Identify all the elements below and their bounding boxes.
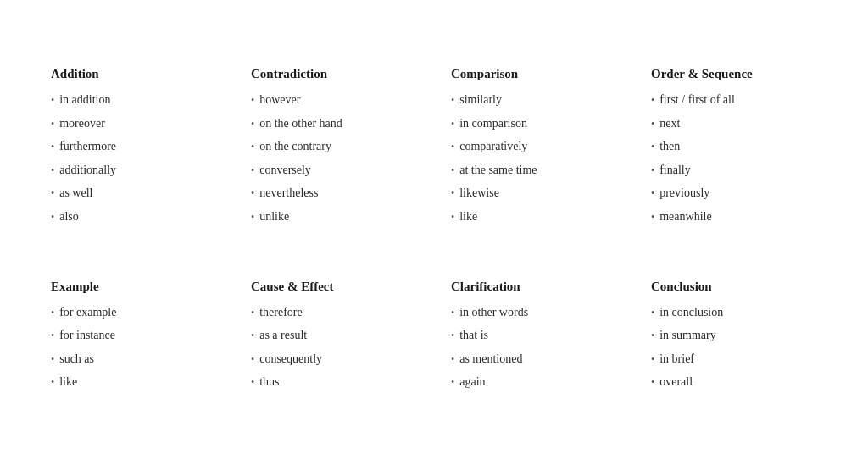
list-item-text: on the contrary bbox=[259, 138, 331, 155]
list-item-text: that is bbox=[459, 327, 488, 344]
list-item: •in comparison bbox=[451, 115, 617, 132]
list-item-text: meanwhile bbox=[659, 208, 711, 225]
bullet-icon: • bbox=[51, 140, 54, 154]
list-item-text: however bbox=[259, 91, 300, 108]
bullet-icon: • bbox=[51, 329, 54, 343]
category-clarification: Clarification•in other words•that is•as … bbox=[434, 266, 634, 418]
bullet-icon: • bbox=[651, 352, 654, 367]
category-title-comparison: Comparison bbox=[451, 67, 617, 81]
bullet-icon: • bbox=[51, 186, 54, 201]
list-item-text: overall bbox=[659, 374, 693, 391]
list-item-text: on the other hand bbox=[259, 115, 342, 132]
list-item-text: then bbox=[659, 138, 680, 155]
list-item-text: nevertheless bbox=[259, 185, 318, 202]
bullet-icon: • bbox=[651, 306, 654, 320]
list-item: •as well bbox=[51, 185, 217, 202]
list-item: •also bbox=[51, 208, 217, 225]
list-item-text: such as bbox=[59, 351, 94, 368]
list-item: •then bbox=[651, 138, 817, 155]
category-title-clarification: Clarification bbox=[451, 280, 617, 294]
bullet-icon: • bbox=[651, 375, 654, 390]
list-item-text: thus bbox=[259, 374, 279, 391]
category-cause-effect: Cause & Effect•therefore•as a result•con… bbox=[234, 266, 434, 418]
list-item: •in addition bbox=[51, 91, 217, 108]
list-item-text: similarly bbox=[459, 91, 502, 108]
list-item-text: unlike bbox=[259, 208, 289, 225]
bullet-icon: • bbox=[451, 93, 454, 108]
list-item-text: in other words bbox=[459, 304, 528, 321]
list-item-text: next bbox=[659, 115, 680, 132]
list-item: •previously bbox=[651, 185, 817, 202]
list-item: •furthermore bbox=[51, 138, 217, 155]
bullet-icon: • bbox=[251, 375, 254, 390]
bullet-icon: • bbox=[251, 210, 254, 224]
list-item: •as a result bbox=[251, 327, 417, 344]
list-item-text: furthermore bbox=[59, 138, 116, 155]
list-item-text: as a result bbox=[259, 327, 307, 344]
bullet-icon: • bbox=[451, 117, 454, 131]
bullet-icon: • bbox=[51, 93, 54, 108]
bullet-icon: • bbox=[251, 186, 254, 201]
bullet-icon: • bbox=[651, 117, 654, 131]
bullet-icon: • bbox=[251, 93, 254, 108]
category-title-cause-effect: Cause & Effect bbox=[251, 280, 417, 294]
list-item-text: previously bbox=[659, 185, 709, 202]
bullet-icon: • bbox=[251, 329, 254, 343]
list-item-text: in conclusion bbox=[659, 304, 723, 321]
bullet-icon: • bbox=[451, 186, 454, 201]
bullet-icon: • bbox=[451, 210, 454, 224]
category-example: Example•for example•for instance•such as… bbox=[34, 266, 234, 418]
main-grid: Addition•in addition•moreover•furthermor… bbox=[0, 26, 868, 445]
list-item: •however bbox=[251, 91, 417, 108]
list-item: •likewise bbox=[451, 185, 617, 202]
bullet-icon: • bbox=[51, 210, 54, 224]
category-contradiction: Contradiction•however•on the other hand•… bbox=[234, 53, 434, 252]
list-item-text: conversely bbox=[259, 162, 311, 179]
list-item: •moreover bbox=[51, 115, 217, 132]
bullet-icon: • bbox=[51, 306, 54, 320]
list-item-text: like bbox=[59, 374, 77, 391]
list-item: •therefore bbox=[251, 304, 417, 321]
bullet-icon: • bbox=[451, 329, 454, 343]
list-item: •similarly bbox=[451, 91, 617, 108]
list-item: •like bbox=[51, 374, 217, 391]
list-item: •that is bbox=[451, 327, 617, 344]
bullet-icon: • bbox=[451, 375, 454, 390]
bullet-icon: • bbox=[451, 140, 454, 154]
list-item-text: additionally bbox=[59, 162, 116, 179]
category-title-conclusion: Conclusion bbox=[651, 280, 817, 294]
list-item-text: also bbox=[59, 208, 79, 225]
list-item: •on the other hand bbox=[251, 115, 417, 132]
list-item-text: at the same time bbox=[459, 162, 537, 179]
bullet-icon: • bbox=[251, 117, 254, 131]
bullet-icon: • bbox=[251, 306, 254, 320]
list-item-text: in addition bbox=[59, 91, 110, 108]
bullet-icon: • bbox=[451, 163, 454, 178]
list-item-text: for example bbox=[59, 304, 116, 321]
category-title-order-sequence: Order & Sequence bbox=[651, 67, 817, 81]
list-item-text: in brief bbox=[659, 351, 694, 368]
list-item: •in summary bbox=[651, 327, 817, 344]
list-item-text: therefore bbox=[259, 304, 303, 321]
list-item-text: as well bbox=[59, 185, 92, 202]
category-title-addition: Addition bbox=[51, 67, 217, 81]
list-item: •in conclusion bbox=[651, 304, 817, 321]
category-title-example: Example bbox=[51, 280, 217, 294]
list-item: •again bbox=[451, 374, 617, 391]
bullet-icon: • bbox=[651, 140, 654, 154]
list-item: •consequently bbox=[251, 351, 417, 368]
list-item-text: again bbox=[459, 374, 485, 391]
list-item-text: as mentioned bbox=[459, 351, 522, 368]
bullet-icon: • bbox=[451, 306, 454, 320]
list-item: •next bbox=[651, 115, 817, 132]
list-item: •unlike bbox=[251, 208, 417, 225]
list-item: •meanwhile bbox=[651, 208, 817, 225]
list-item: •comparatively bbox=[451, 138, 617, 155]
list-item: •like bbox=[451, 208, 617, 225]
bullet-icon: • bbox=[51, 352, 54, 367]
bullet-icon: • bbox=[651, 93, 654, 108]
category-order-sequence: Order & Sequence•first / first of all•ne… bbox=[634, 53, 834, 252]
bullet-icon: • bbox=[51, 375, 54, 390]
bullet-icon: • bbox=[51, 117, 54, 131]
list-item: •for instance bbox=[51, 327, 217, 344]
